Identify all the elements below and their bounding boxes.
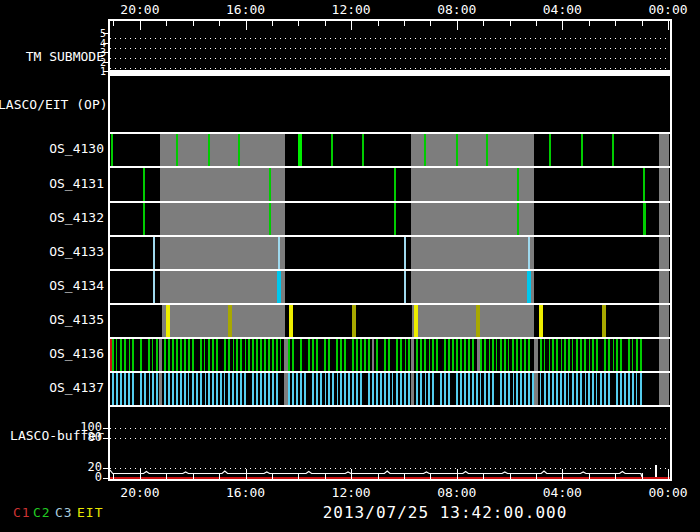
bar-gap [248, 373, 251, 405]
row-tm-submode [110, 21, 670, 78]
event-marker [153, 271, 155, 303]
gray-sliver [411, 339, 414, 371]
event-marker [394, 203, 396, 235]
event-marker [289, 305, 293, 337]
top-axis-major-tick [246, 21, 247, 30]
buffer-tick [103, 468, 108, 469]
tm-scale-tick [103, 33, 108, 34]
bar-gap [295, 339, 300, 371]
event-marker [110, 339, 112, 371]
bottom-axis-major-tick [351, 469, 352, 479]
gray-sliver [159, 373, 162, 405]
bar-gap [380, 339, 383, 371]
row-os-4132 [110, 201, 670, 235]
gray-block [160, 134, 285, 166]
bar-gap [393, 373, 395, 405]
row-os-4137 [110, 371, 670, 405]
top-axis-minor-tick [483, 21, 484, 26]
event-marker [414, 305, 418, 337]
row-os-4136 [110, 337, 670, 371]
event-marker [539, 305, 543, 337]
gray-sliver [372, 339, 374, 371]
tm-submode-value-bar [110, 70, 670, 76]
bar-gap [440, 339, 444, 371]
bottom-axis-minor-tick [430, 473, 431, 479]
plot-datetime: 2013/07/25 13:42:00.000 [300, 503, 590, 522]
bottom-axis-major-tick [246, 469, 247, 479]
top-axis-minor-tick [430, 21, 431, 26]
legend-item-eit: EIT [77, 505, 103, 520]
top-axis-label: 08:00 [437, 2, 476, 17]
bar-gap [354, 339, 356, 371]
top-axis-major-tick [351, 21, 352, 30]
row-label-os-4137: OS_4137 [0, 380, 104, 395]
bottom-axis-minor-tick [113, 473, 114, 479]
event-marker [176, 134, 178, 166]
bar-gap [304, 339, 306, 371]
bar-gap [559, 339, 561, 371]
gray-block [411, 134, 535, 166]
top-axis-major-tick [668, 21, 669, 30]
gray-block [160, 168, 285, 201]
bottom-axis-label: 20:00 [120, 485, 159, 500]
bar-gap [509, 339, 512, 371]
bar-gap [497, 339, 499, 371]
event-marker [269, 203, 271, 235]
gray-block [412, 305, 534, 337]
bar-gap [450, 339, 452, 371]
event-marker [143, 168, 145, 201]
event-marker [277, 271, 281, 303]
bar-gap [526, 373, 528, 405]
dotted-gridline [110, 48, 670, 49]
bar-gap [319, 339, 322, 371]
event-marker [602, 305, 606, 337]
row-os-4135 [110, 303, 670, 337]
legend-item-c1: C1 [13, 505, 31, 520]
bar-gap [466, 373, 468, 405]
bar-gap [612, 373, 615, 405]
event-marker [581, 134, 583, 166]
bottom-axis-minor-tick [272, 473, 273, 479]
bottom-axis-label: 16:00 [226, 485, 265, 500]
bottom-axis-minor-tick [298, 473, 299, 479]
tm-scale-tick [103, 71, 108, 72]
bar-gap [203, 373, 205, 405]
event-marker [352, 305, 356, 337]
gray-block [411, 237, 535, 269]
bar-gap [262, 339, 264, 371]
plot-area [108, 19, 672, 481]
row-label-os-4135: OS_4135 [0, 312, 104, 327]
bar-gap [611, 339, 613, 371]
buffer-spike [655, 465, 657, 478]
bottom-axis-minor-tick [166, 473, 167, 479]
event-marker [404, 271, 406, 303]
event-marker [612, 134, 614, 166]
bottom-axis-minor-tick [642, 473, 643, 479]
bar-gap [205, 339, 207, 371]
event-marker [362, 134, 364, 166]
bottom-axis-label: 00:00 [648, 485, 687, 500]
top-axis-minor-tick [272, 21, 273, 26]
row-os-4133 [110, 235, 670, 269]
bottom-axis-minor-tick [483, 473, 484, 479]
bar-gap [308, 373, 310, 405]
bar-gap [346, 339, 350, 371]
bottom-axis-minor-tick [589, 473, 590, 479]
gray-sliver [411, 373, 414, 405]
bar-gap [452, 373, 455, 405]
bar-gap [545, 339, 549, 371]
bar-gap [573, 339, 576, 371]
row-label-os-4132: OS_4132 [0, 210, 104, 225]
event-marker [238, 134, 240, 166]
row-label-os-4133: OS_4133 [0, 244, 104, 259]
bar-gap [195, 339, 198, 371]
bar-gap [122, 373, 124, 405]
bottom-axis-major-tick [562, 469, 563, 479]
buffer-zero-line [110, 477, 670, 479]
event-marker [298, 134, 302, 166]
top-axis-minor-tick [536, 21, 537, 26]
gray-block [659, 134, 669, 166]
bar-gap [522, 339, 524, 371]
top-axis-minor-tick [615, 21, 616, 26]
event-marker [517, 168, 519, 201]
